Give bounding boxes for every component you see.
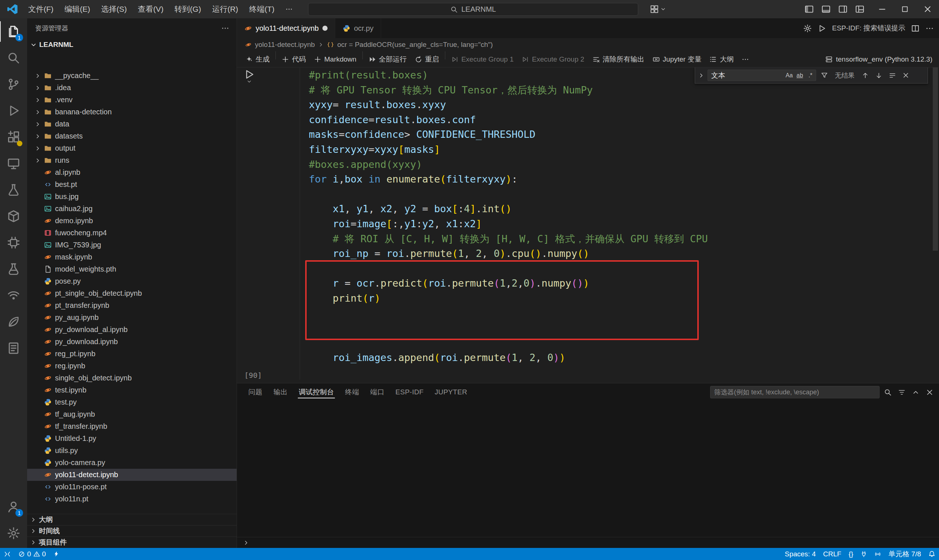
kernel-picker[interactable]: tensorflow_env (Python 3.12.3) [825, 51, 933, 68]
toggle-sidebar-left-icon[interactable] [802, 1, 817, 17]
activity-search[interactable] [0, 45, 27, 71]
menu-编辑(E)[interactable]: 编辑(E) [59, 0, 96, 18]
code-line[interactable]: x1, y1, x2, y2 = box[:4].int() [309, 202, 708, 217]
tree-item-yolo-camera.py[interactable]: yolo-camera.py [27, 457, 237, 469]
close-find-icon[interactable] [900, 70, 911, 81]
scrollbar[interactable] [933, 68, 938, 251]
panel-tab-输出[interactable]: 输出 [268, 383, 293, 401]
activity-package[interactable] [0, 203, 27, 229]
toolbar-Execute Group 2[interactable]: Execute Group 2 [518, 51, 588, 67]
tree-item-tf_aug.ipynb[interactable]: tf_aug.ipynb [27, 408, 237, 420]
close-icon[interactable] [916, 0, 939, 18]
panel-tab-JUPYTER[interactable]: JUPYTER [429, 383, 473, 401]
sidebar-section-项目组件[interactable]: 项目组件 [27, 537, 237, 548]
panel-tab-调试控制台[interactable]: 调试控制台 [293, 383, 340, 401]
tree-item-pt_single_obj_detect.ipynb[interactable]: pt_single_obj_detect.ipynb [27, 287, 237, 299]
whole-word-button[interactable]: ab [794, 70, 805, 81]
sidebar-section-大纲[interactable]: 大纲 [27, 514, 237, 525]
panel-tab-问题[interactable]: 问题 [243, 383, 268, 401]
activity-flask[interactable] [0, 256, 27, 282]
tree-item-test.ipynb[interactable]: test.ipynb [27, 384, 237, 396]
maximize-icon[interactable] [894, 0, 916, 18]
find-in-selection-icon[interactable] [887, 70, 897, 81]
menu-运行(R)[interactable]: 运行(R) [207, 0, 244, 18]
toolbar-全部运行[interactable]: 全部运行 [365, 51, 411, 67]
menu-终端(T)[interactable]: 终端(T) [244, 0, 280, 18]
activity-account[interactable]: 1 [0, 494, 27, 520]
menu-选择(S)[interactable]: 选择(S) [96, 0, 133, 18]
next-match-icon[interactable] [873, 70, 884, 81]
more-actions-icon[interactable] [221, 24, 229, 32]
toggle-panel-icon[interactable] [819, 1, 833, 17]
tree-item-output[interactable]: output [27, 142, 237, 154]
tree-item-datasets[interactable]: datasets [27, 130, 237, 142]
tree-item-.venv[interactable]: .venv [27, 94, 237, 106]
tab-ocr-py[interactable]: ocr.py [335, 18, 381, 38]
layout-dropdown[interactable] [650, 3, 666, 16]
previous-match-icon[interactable] [860, 70, 870, 81]
toolbar-Execute Group 1[interactable]: Execute Group 1 [447, 51, 518, 67]
toggle-sidebar-right-icon[interactable] [836, 1, 850, 17]
tree-item-demo.ipynb[interactable]: demo.ipynb [27, 215, 237, 227]
menu-转到(G)[interactable]: 转到(G) [169, 0, 207, 18]
activity-testing[interactable] [0, 177, 27, 203]
menu-more[interactable] [280, 0, 298, 18]
tree-item-py_download.ipynb[interactable]: py_download.ipynb [27, 336, 237, 348]
tree-item-py_download_al.ipynb[interactable]: py_download_al.ipynb [27, 324, 237, 336]
find-filter-icon[interactable] [819, 70, 830, 81]
activity-broadcast[interactable] [0, 282, 27, 309]
panel-tab-终端[interactable]: 终端 [340, 383, 365, 401]
code-line[interactable]: confidence=result.boxes.conf [309, 112, 708, 128]
tree-item-yolo11n.pt[interactable]: yolo11n.pt [27, 493, 237, 505]
more-actions-icon[interactable] [925, 24, 934, 32]
notifications[interactable] [925, 548, 939, 560]
split-editor-icon[interactable] [911, 24, 920, 32]
breadcrumb-file[interactable]: yolo11-detect.ipynb [255, 41, 315, 49]
gear-icon[interactable] [803, 24, 812, 32]
sidebar-section-时间线[interactable]: 时间线 [27, 525, 237, 537]
tree-item-bus.jpg[interactable]: bus.jpg [27, 191, 237, 203]
maximize-panel-icon[interactable] [910, 386, 921, 398]
code-line[interactable]: xyxy= result.boxes.xyxy [309, 97, 708, 112]
tree-item-best.pt[interactable]: best.pt [27, 178, 237, 191]
code-line[interactable]: # 将 GPU Tensor 转换为 CPU Tensor，然后转换为 NumP… [309, 83, 708, 98]
toggle-replace-icon[interactable] [698, 72, 705, 79]
toolbar-大纲[interactable]: 大纲 [705, 51, 738, 67]
tree-item-yolo11-detect.ipynb[interactable]: yolo11-detect.ipynb [27, 469, 237, 481]
flash-indicator[interactable] [49, 548, 63, 560]
regex-button[interactable]: .* [805, 70, 816, 81]
search-icon[interactable] [882, 386, 894, 398]
menu-文件(F)[interactable]: 文件(F) [23, 0, 59, 18]
espidf-action-label[interactable]: ESP-IDF: 搜索错误提示 [832, 23, 905, 33]
activity-settings[interactable] [0, 520, 27, 546]
tab-yolo11-detect[interactable]: yolo11-detect.ipynb [237, 18, 335, 38]
activity-extensions[interactable] [0, 124, 27, 150]
toolbar-ellipsis[interactable] [738, 51, 753, 67]
code-line[interactable]: for i,box in enumerate(filterxyxy): [309, 172, 708, 187]
debug-console-input[interactable] [237, 537, 939, 548]
tree-item-.idea[interactable]: .idea [27, 82, 237, 94]
breadcrumb-cell[interactable]: ocr = PaddleOCR(use_angle_cls=True, lang… [337, 41, 493, 49]
toolbar-重启[interactable]: 重启 [411, 51, 443, 67]
code-line[interactable]: # 将 ROI 从 [C, H, W] 转换为 [H, W, C] 格式，并确保… [309, 232, 708, 247]
activity-run-debug[interactable] [0, 97, 27, 124]
toolbar-清除所有输出[interactable]: 清除所有输出 [588, 51, 649, 67]
debug-filter-input[interactable] [710, 386, 880, 398]
toolbar-代码[interactable]: 代码 [278, 51, 310, 67]
tree-item-pose.py[interactable]: pose.py [27, 275, 237, 287]
eol-indicator[interactable]: CRLF [819, 548, 845, 560]
filter-list-icon[interactable] [896, 386, 907, 398]
tree-item-reg_pt.ipynb[interactable]: reg_pt.ipynb [27, 348, 237, 360]
tree-item-data[interactable]: data [27, 118, 237, 130]
tree-item-mask.ipynb[interactable]: mask.ipynb [27, 251, 237, 263]
tree-item-tf_transfer.ipynb[interactable]: tf_transfer.ipynb [27, 420, 237, 432]
code-line[interactable] [309, 187, 708, 202]
tree-item-IMG_7539.jpg[interactable]: IMG_7539.jpg [27, 239, 237, 251]
tree-item-test.py[interactable]: test.py [27, 396, 237, 408]
activity-notes[interactable] [0, 335, 27, 362]
code-line[interactable]: filterxyxy=xyxy[masks] [309, 142, 708, 157]
tree-item-al.ipynb[interactable]: al.ipynb [27, 166, 237, 178]
toolbar-Markdown[interactable]: Markdown [310, 51, 361, 67]
toolbar-Jupyter 变量[interactable]: Jupyter 变量 [649, 51, 706, 67]
tree-item-Untitled-1.py[interactable]: Untitled-1.py [27, 432, 237, 445]
